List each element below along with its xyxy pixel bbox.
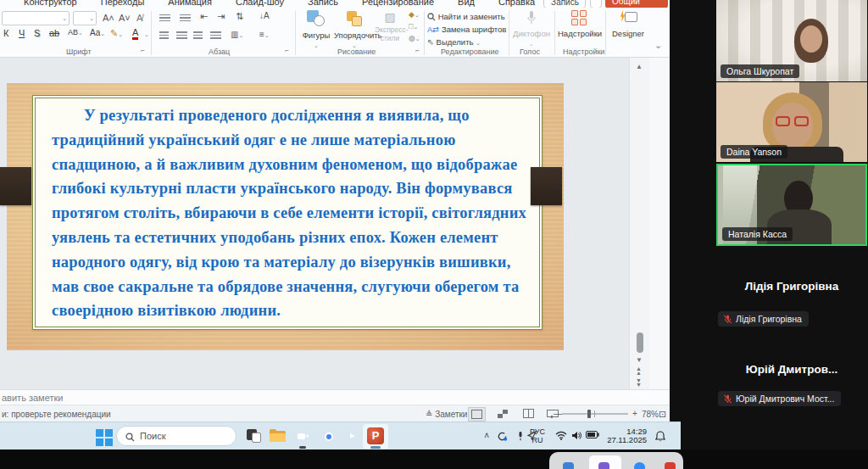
- accessibility-status[interactable]: и: проверьте рекомендации: [2, 410, 111, 419]
- zoom-slider-thumb[interactable]: [587, 410, 591, 418]
- tab-animations[interactable]: Анимация: [168, 0, 212, 7]
- align-center-icon[interactable]: [176, 31, 187, 40]
- next-slide-icon[interactable]: ▼▼: [636, 378, 642, 387]
- columns-icon[interactable]: ▥⌄: [231, 30, 243, 39]
- shape-outline-icon[interactable]: □⌄: [409, 22, 418, 31]
- bullets-icon[interactable]: [159, 14, 170, 23]
- slide-right-clip-decoration: [531, 167, 562, 205]
- shape-fill-icon[interactable]: ◆⌄: [409, 10, 420, 19]
- pen-icon[interactable]: [516, 431, 525, 444]
- font-group-dialog-icon[interactable]: ⌐: [141, 47, 145, 54]
- share-button[interactable]: Общий доступ: [605, 0, 668, 8]
- select-button[interactable]: ⇖ Выделить ⌄: [427, 37, 481, 47]
- reading-view-button[interactable]: [520, 407, 537, 420]
- quick-styles-button[interactable]: ▨ Экспресс-стили: [375, 10, 405, 42]
- video-tile-active-speaker[interactable]: Наталія Касса: [716, 164, 867, 246]
- file-explorer-button[interactable]: [269, 427, 287, 445]
- drawing-group-dialog-icon[interactable]: ⌐: [415, 47, 420, 54]
- floating-toolbar-popup[interactable]: [549, 452, 683, 469]
- presenter-button[interactable]: [590, 0, 602, 8]
- strikethrough-button[interactable]: ab: [49, 28, 59, 38]
- underline-button[interactable]: Ч: [19, 28, 25, 38]
- scrollbar-thumb[interactable]: [637, 332, 643, 353]
- notes-bar[interactable]: авить заметки: [0, 389, 670, 405]
- language-indicator[interactable]: РУСRU: [530, 427, 545, 444]
- shapes-button[interactable]: Фигуры⌄: [298, 10, 334, 49]
- popup-icon-red[interactable]: [665, 462, 676, 469]
- slide-text-card[interactable]: У результаті проведеного дослідження я в…: [32, 95, 542, 330]
- popup-icon-purple[interactable]: [598, 462, 609, 469]
- highlight-pen-icon[interactable]: ✎⌄: [110, 28, 123, 39]
- numbering-icon[interactable]: [180, 14, 191, 23]
- tray-expand-icon[interactable]: ˄: [484, 431, 489, 440]
- tab-transitions[interactable]: Переходы: [101, 0, 145, 7]
- arrange-button[interactable]: Упорядочить⌄: [334, 10, 375, 49]
- slide-canvas[interactable]: У результаті проведеного дослідження я в…: [7, 83, 564, 350]
- wifi-icon[interactable]: [555, 431, 567, 442]
- change-case-button[interactable]: Аа⌄: [90, 28, 105, 37]
- quick-styles-icon: ▨: [384, 10, 395, 24]
- chevron-down-icon[interactable]: ⌄: [144, 28, 149, 38]
- outdent-icon[interactable]: ⇤: [200, 11, 208, 22]
- previous-slide-icon[interactable]: ▲▲: [636, 366, 642, 375]
- tab-slideshow[interactable]: Слайд-шоу: [236, 0, 284, 7]
- scroll-up-icon[interactable]: ▲: [636, 63, 643, 70]
- clock[interactable]: 14:29 27.11.2025: [607, 427, 647, 444]
- font-size-combo[interactable]: ⌄: [73, 11, 97, 25]
- line-spacing-icon[interactable]: ⇅: [236, 11, 243, 22]
- slide-sorter-button[interactable]: [495, 407, 510, 420]
- addins-button[interactable]: Надстройки: [558, 10, 602, 38]
- shape-effects-icon[interactable]: ◍⌄: [409, 34, 420, 42]
- italic-button[interactable]: К: [3, 28, 8, 38]
- volume-icon[interactable]: [571, 431, 582, 442]
- zoom-out-button[interactable]: —: [554, 409, 562, 418]
- find-replace-button[interactable]: Найти и заменить: [427, 12, 505, 21]
- slide-left-clip-decoration: [0, 167, 31, 205]
- clear-format-icon[interactable]: А̸: [136, 13, 142, 23]
- grow-font-icon[interactable]: А˄: [103, 13, 114, 23]
- record-button[interactable]: Запись: [543, 0, 586, 8]
- align-left-icon[interactable]: [159, 31, 169, 40]
- tab-help[interactable]: Справка: [498, 0, 535, 7]
- battery-icon[interactable]: [586, 431, 599, 440]
- popup-icon-circle[interactable]: [634, 462, 645, 469]
- text-direction-icon[interactable]: ≡⌄: [259, 30, 270, 39]
- text-shadow-button[interactable]: S: [34, 28, 40, 38]
- tab-design[interactable]: Конструктор: [24, 0, 77, 7]
- video-tile[interactable]: Daina Yanson: [716, 82, 867, 162]
- chevron-down-icon: ⌄: [100, 31, 105, 36]
- notification-bell-icon[interactable]: [655, 431, 665, 444]
- tab-review[interactable]: Рецензирование: [362, 0, 434, 7]
- vertical-scrollbar[interactable]: ▲ ▼ ▲▲ ▼▼: [629, 58, 649, 389]
- meeting-sidebar: Ольга Шкуропат Daina Yanson Наталія Касс…: [670, 0, 868, 469]
- font-color-button[interactable]: А: [132, 28, 138, 40]
- replace-fonts-button[interactable]: А⇄ Замена шрифтов: [427, 25, 506, 34]
- align-right-icon[interactable]: [193, 31, 203, 40]
- sort-text-icon[interactable]: ↓А: [259, 11, 270, 20]
- justify-icon[interactable]: [210, 31, 221, 40]
- video-tile[interactable]: Ольга Шкуропат: [716, 0, 867, 81]
- shrink-font-icon[interactable]: А˅: [119, 13, 131, 23]
- designer-button[interactable]: Designer: [609, 10, 648, 38]
- sync-icon[interactable]: [497, 431, 508, 444]
- notes-placeholder: авить заметки: [2, 393, 63, 403]
- char-spacing-button[interactable]: АВ⌄: [68, 28, 83, 36]
- collapse-ribbon-icon[interactable]: ⌄: [654, 40, 662, 51]
- zoom-in-button[interactable]: +: [632, 409, 637, 418]
- taskbar-search[interactable]: Поиск: [116, 426, 236, 446]
- scroll-down-icon[interactable]: ▼: [636, 356, 643, 364]
- font-name-combo[interactable]: ⌄: [2, 11, 70, 25]
- normal-view-button[interactable]: [468, 407, 486, 422]
- tab-view[interactable]: Вид: [458, 0, 475, 7]
- start-button[interactable]: [96, 429, 114, 447]
- tab-record[interactable]: Запись: [308, 0, 338, 7]
- paragraph-group-dialog-icon[interactable]: ⌐: [285, 47, 289, 54]
- popup-icon-blue[interactable]: [563, 462, 574, 469]
- fit-slide-icon[interactable]: ⊡: [659, 409, 666, 420]
- notes-toggle[interactable]: ≜ Заметки: [426, 410, 467, 419]
- indent-icon[interactable]: ⇥: [217, 11, 225, 22]
- dictate-button[interactable]: Диктофон⌄: [512, 10, 551, 47]
- zoom-slider[interactable]: [562, 413, 628, 415]
- zoom-level[interactable]: 78%: [642, 410, 659, 419]
- powerpoint-button[interactable]: P: [367, 427, 384, 444]
